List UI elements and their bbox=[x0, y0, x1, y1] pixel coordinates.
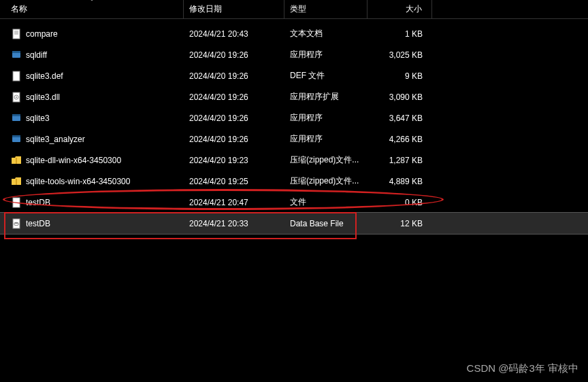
file-type: 应用程序 bbox=[284, 133, 368, 145]
def-file-icon bbox=[11, 71, 22, 82]
file-size: 3,025 KB bbox=[368, 50, 432, 60]
column-size-label: 大小 bbox=[406, 3, 422, 15]
file-date: 2024/4/21 20:43 bbox=[184, 29, 284, 39]
file-list: compare2024/4/21 20:43文本文档1 KBsqldiff202… bbox=[0, 19, 588, 234]
file-date: 2024/4/21 20:47 bbox=[184, 198, 284, 207]
exe-file-icon bbox=[11, 113, 22, 124]
file-type: 文件 bbox=[284, 196, 368, 208]
column-header-type[interactable]: 类型 bbox=[284, 0, 368, 18]
file-date: 2024/4/20 19:23 bbox=[184, 156, 284, 165]
file-explorer: 名称 ˄ 修改日期 类型 大小 compare2024/4/21 20:43文本… bbox=[0, 0, 588, 382]
file-type: 文本文档 bbox=[284, 28, 368, 39]
file-row[interactable]: sqlite-dll-win-x64-34503002024/4/20 19:2… bbox=[0, 150, 588, 171]
file-type: Data Base File bbox=[284, 219, 368, 228]
watermark: CSDN @码龄3年 审核中 bbox=[467, 362, 578, 375]
file-size: 1 KB bbox=[368, 29, 432, 39]
file-name: sqlite3.def bbox=[26, 71, 63, 81]
text-file-icon bbox=[11, 29, 22, 39]
file-row[interactable]: sqlite32024/4/20 19:26应用程序3,647 KB bbox=[0, 107, 588, 128]
blank-file-icon bbox=[11, 197, 22, 208]
file-name: compare bbox=[26, 29, 58, 39]
column-header-size[interactable]: 大小 bbox=[368, 0, 432, 18]
file-row[interactable]: sqldiff2024/4/20 19:26应用程序3,025 KB bbox=[0, 44, 588, 65]
column-header-date[interactable]: 修改日期 bbox=[184, 0, 284, 18]
zip-folder-icon bbox=[11, 176, 22, 187]
file-type: 应用程序扩展 bbox=[284, 91, 368, 103]
file-row[interactable]: sqlite3.def2024/4/20 19:26DEF 文件9 KB bbox=[0, 65, 588, 86]
file-size: 4,266 KB bbox=[368, 135, 432, 144]
file-size: 3,090 KB bbox=[368, 92, 432, 102]
file-type: DEF 文件 bbox=[284, 70, 368, 82]
file-size: 1,287 KB bbox=[368, 156, 432, 165]
exe-file-icon bbox=[11, 50, 22, 60]
file-name: sqlite-tools-win-x64-3450300 bbox=[26, 177, 130, 186]
file-type: 应用程序 bbox=[284, 112, 368, 124]
column-type-label: 类型 bbox=[290, 3, 306, 15]
file-date: 2024/4/21 20:33 bbox=[184, 219, 284, 228]
file-type: 应用程序 bbox=[284, 49, 368, 60]
file-date: 2024/4/20 19:26 bbox=[184, 114, 284, 123]
exe-file-icon bbox=[11, 134, 22, 145]
dll-file-icon bbox=[11, 92, 22, 103]
zip-folder-icon bbox=[11, 155, 22, 166]
file-name: sqldiff bbox=[26, 50, 47, 60]
file-date: 2024/4/20 19:25 bbox=[184, 177, 284, 186]
file-date: 2024/4/20 19:26 bbox=[184, 71, 284, 81]
column-header-name[interactable]: 名称 ˄ bbox=[0, 0, 184, 18]
db-file-icon bbox=[11, 218, 22, 229]
file-name: sqlite3 bbox=[26, 114, 50, 123]
file-name: testDB bbox=[26, 219, 50, 228]
file-name: sqlite3_analyzer bbox=[26, 135, 85, 144]
file-name: sqlite3.dll bbox=[26, 92, 60, 102]
file-type: 压缩(zipped)文件... bbox=[284, 175, 368, 187]
file-type: 压缩(zipped)文件... bbox=[284, 154, 368, 166]
file-row[interactable]: testDB2024/4/21 20:33Data Base File12 KB bbox=[0, 213, 588, 234]
file-name: testDB bbox=[26, 198, 50, 207]
file-size: 0 KB bbox=[368, 198, 432, 207]
file-row[interactable]: sqlite3_analyzer2024/4/20 19:26应用程序4,266… bbox=[0, 128, 588, 150]
file-date: 2024/4/20 19:26 bbox=[184, 92, 284, 102]
file-size: 12 KB bbox=[368, 219, 432, 228]
column-header-row: 名称 ˄ 修改日期 类型 大小 bbox=[0, 0, 588, 19]
file-row[interactable]: compare2024/4/21 20:43文本文档1 KB bbox=[0, 23, 588, 44]
file-row[interactable]: sqlite-tools-win-x64-34503002024/4/20 19… bbox=[0, 171, 588, 192]
file-size: 4,889 KB bbox=[368, 177, 432, 186]
file-date: 2024/4/20 19:26 bbox=[184, 135, 284, 144]
file-row[interactable]: testDB2024/4/21 20:47文件0 KB bbox=[0, 192, 588, 213]
file-size: 9 KB bbox=[368, 71, 432, 81]
sort-caret-icon: ˄ bbox=[91, 0, 93, 5]
file-date: 2024/4/20 19:26 bbox=[184, 50, 284, 60]
file-name: sqlite-dll-win-x64-3450300 bbox=[26, 156, 121, 165]
column-date-label: 修改日期 bbox=[189, 3, 222, 15]
file-row[interactable]: sqlite3.dll2024/4/20 19:26应用程序扩展3,090 KB bbox=[0, 86, 588, 107]
file-size: 3,647 KB bbox=[368, 114, 432, 123]
column-name-label: 名称 bbox=[11, 3, 27, 15]
